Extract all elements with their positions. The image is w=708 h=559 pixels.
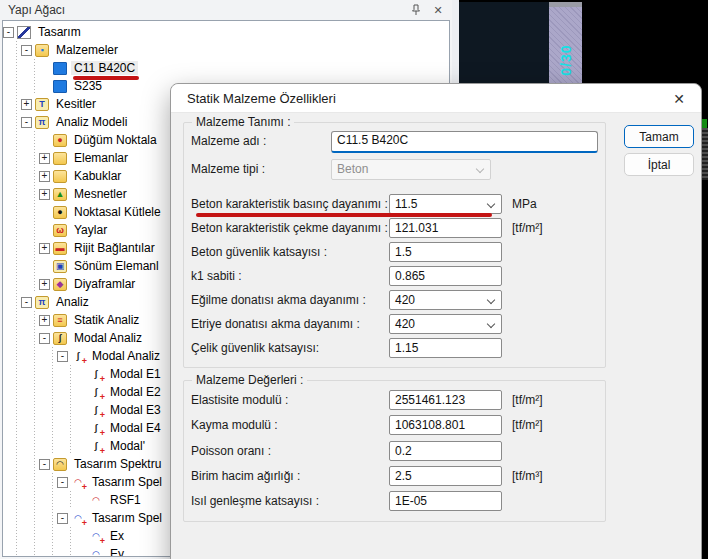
tree-connector — [3, 473, 21, 491]
field-input[interactable]: 1.5 — [389, 242, 502, 262]
material-icon — [53, 80, 67, 93]
field-combobox[interactable]: 420 — [389, 314, 502, 334]
field-label: Malzeme adı : — [191, 131, 266, 151]
dialog-close-icon[interactable]: ✕ — [669, 89, 689, 109]
tree-item-label[interactable]: Ey — [107, 547, 127, 557]
tree-connector — [21, 77, 39, 95]
field-input[interactable]: 0.2 — [389, 441, 502, 461]
tree-item-label[interactable]: Modal E3 — [107, 403, 164, 417]
tree-item-label[interactable]: Rijit Bağlantılar — [71, 241, 158, 255]
viewport-axis-mark — [702, 119, 707, 128]
tree-item-label[interactable]: Modal Analiz — [89, 349, 163, 363]
tree-connector — [21, 545, 39, 557]
tree-item-label[interactable]: Analiz — [53, 295, 92, 309]
tree-item-label[interactable]: Diyaframlar — [71, 277, 138, 291]
tree-connector — [57, 437, 75, 455]
field-input[interactable]: 1.15 — [389, 338, 502, 358]
column-section-label: 0/30 — [558, 40, 574, 80]
tree-item-label[interactable]: Elemanlar — [71, 151, 131, 165]
field-combobox[interactable]: 11.5 — [389, 194, 502, 214]
field-label: Malzeme tipi : — [191, 159, 265, 179]
tree-item-label[interactable]: Mesnetler — [71, 187, 130, 201]
tree-expand-toggle[interactable]: - — [57, 351, 68, 362]
tree-item-label[interactable]: Düğüm Noktala — [71, 133, 160, 147]
tree-connector — [39, 491, 57, 509]
tree-connector — [3, 239, 21, 257]
tree-item-label[interactable]: Tasarım Spel — [89, 475, 165, 489]
field-unit: [tf/m²] — [512, 218, 543, 238]
tree-expand-toggle[interactable]: + — [39, 243, 50, 254]
close-icon[interactable]: ✕ — [430, 3, 446, 17]
tree-expand-toggle[interactable]: - — [21, 297, 32, 308]
tree-expand-toggle[interactable]: - — [21, 117, 32, 128]
tree-connector — [21, 149, 39, 167]
tree-expand-toggle[interactable]: - — [39, 459, 50, 470]
tree-expand-toggle[interactable]: - — [39, 333, 50, 344]
response-spectrum-blue-icon: ◠+ — [89, 548, 103, 558]
field-input[interactable]: 1063108.801 — [389, 415, 502, 435]
tree-connector — [21, 239, 39, 257]
tree-connector — [21, 509, 39, 527]
field-input[interactable]: C11.5 B420C — [331, 131, 598, 153]
mode-shape-icon: ʃ+ — [89, 368, 103, 381]
tree-connector — [21, 437, 39, 455]
group-legend: Malzeme Tanımı : — [192, 115, 294, 129]
tree-item-label[interactable]: Modal E4 — [107, 421, 164, 435]
tree-connector — [3, 347, 21, 365]
tree-expand-toggle[interactable]: - — [21, 45, 32, 56]
tree-expand-toggle[interactable]: + — [39, 153, 50, 164]
tree-item-label[interactable]: Tasarım — [35, 25, 84, 39]
tree-item-label[interactable]: Tasarım Spel — [89, 511, 165, 525]
cancel-button[interactable]: İptal — [624, 153, 694, 176]
tree-item-label[interactable]: C11 B420C — [71, 61, 138, 75]
tree-item-label[interactable]: Noktasal Kütlele — [71, 205, 164, 219]
ok-button[interactable]: Tamam — [624, 125, 694, 148]
tree-item-label[interactable]: Tasarım Spektru — [71, 457, 164, 471]
tree-item-label[interactable]: Modal E1 — [107, 367, 164, 381]
static-analysis-icon: ≡ — [53, 314, 67, 327]
tree-item-label[interactable]: Malzemeler — [53, 43, 121, 57]
tree-item-label[interactable]: S235 — [71, 79, 105, 93]
field-combobox[interactable]: 420 — [389, 290, 502, 310]
analysis-icon: π — [35, 296, 49, 309]
tree-expand-toggle[interactable]: + — [39, 189, 50, 200]
field-input[interactable]: 121.031 — [389, 218, 502, 238]
tree-connector — [3, 329, 21, 347]
field-input[interactable]: 2.5 — [389, 466, 502, 486]
tree-item-label[interactable]: Modal' — [107, 439, 148, 453]
tree-connector — [21, 527, 39, 545]
tree-expand-toggle[interactable]: + — [39, 279, 50, 290]
tree-item-label[interactable]: RSF1 — [107, 493, 144, 507]
response-spectrum-blue-icon: ◠+ — [71, 512, 85, 525]
tree-item-label[interactable]: Modal Analiz — [71, 331, 145, 345]
tree-item-label[interactable]: Modal E2 — [107, 385, 164, 399]
field-unit: [tf/m²] — [512, 415, 543, 435]
tree-row: -C11 B420C — [3, 59, 449, 77]
tree-expand-toggle[interactable]: - — [57, 477, 68, 488]
tree-item-label[interactable]: Statik Analiz — [71, 313, 142, 327]
tree-expand-toggle[interactable]: - — [57, 513, 68, 524]
elements-folder-icon — [53, 152, 67, 165]
tree-item-label[interactable]: Kabuklar — [71, 169, 124, 183]
materials-folder-icon: ▪ — [35, 44, 49, 57]
field-input[interactable]: 1E-05 — [389, 491, 502, 511]
tree-item-label[interactable]: Kesitler — [53, 97, 99, 111]
tree-connector — [57, 401, 75, 419]
tree-item-label[interactable]: Yaylar — [71, 223, 110, 237]
tree-expand-toggle[interactable]: - — [3, 27, 14, 38]
tree-expand-toggle[interactable]: + — [21, 99, 32, 110]
pin-icon[interactable] — [408, 3, 424, 17]
field-input[interactable]: 0.865 — [389, 266, 502, 286]
tree-expand-toggle[interactable]: + — [39, 315, 50, 326]
tree-item-label[interactable]: Sönüm Elemanl — [71, 259, 162, 273]
tree-connector — [21, 59, 39, 77]
tree-expand-toggle[interactable]: + — [39, 171, 50, 182]
tree-connector — [39, 437, 57, 455]
tree-connector — [39, 419, 57, 437]
tree-item-label[interactable]: Analiz Modeli — [53, 115, 130, 129]
tree-item-label[interactable]: Ex — [107, 529, 127, 543]
tree-connector — [3, 293, 21, 311]
field-input[interactable]: 2551461.123 — [389, 390, 502, 410]
sections-icon: T — [35, 98, 49, 111]
viewport-scrollbar-thumb[interactable] — [702, 128, 708, 180]
